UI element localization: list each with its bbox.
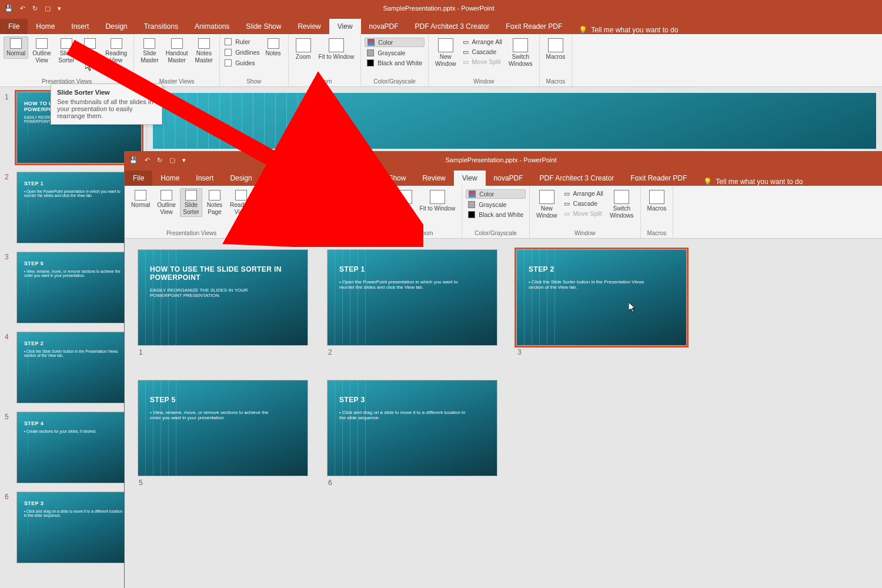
normal-button[interactable]: Normal	[4, 36, 28, 59]
tab-review[interactable]: Review	[414, 171, 453, 186]
tab-pdf-architect-3-creator[interactable]: PDF Architect 3 Creator	[532, 171, 623, 186]
tell-me-search[interactable]: 💡Tell me what you want to do	[570, 26, 686, 34]
slide-thumbnail[interactable]: STEP 1• Open the PowerPoint presentation…	[16, 172, 142, 243]
color-option[interactable]: Color	[365, 38, 425, 47]
tab-home[interactable]: Home	[152, 171, 188, 186]
tab-design[interactable]: Design	[97, 19, 135, 34]
start-from-beginning-icon[interactable]: ▢	[169, 156, 175, 164]
black-and-white-option[interactable]: Black and White	[365, 59, 425, 67]
save-icon[interactable]: 💾	[129, 156, 138, 164]
handout-master-button[interactable]: HandoutMaster	[163, 36, 191, 65]
thumbnail-row: 2 STEP 1• Open the PowerPoint presentati…	[5, 172, 142, 243]
undo-icon[interactable]: ↶	[145, 156, 150, 164]
tab-animations[interactable]: Animations	[311, 171, 362, 186]
outline-view-button[interactable]: OutlineView	[29, 36, 54, 65]
tab-file[interactable]: File	[0, 19, 28, 34]
switch-windows-button[interactable]: SwitchWindows	[506, 36, 536, 69]
black-and-white-option[interactable]: Black and White	[466, 211, 526, 219]
tab-home[interactable]: Home	[28, 19, 63, 34]
tell-me-search[interactable]: 💡Tell me what you want to do	[695, 178, 811, 186]
tab-view[interactable]: View	[329, 19, 361, 34]
tab-insert[interactable]: Insert	[63, 19, 97, 34]
group-master-views: SlideMasterHandoutMasterNotesMasterMaste…	[259, 186, 345, 238]
slide-thumbnail[interactable]: STEP 5• View, rename, move, or remove se…	[138, 380, 308, 476]
arrange-all-button[interactable]: ▭Arrange All	[460, 38, 505, 46]
notes-master-button[interactable]: NotesMaster	[317, 188, 341, 217]
switch-windows-button[interactable]: SwitchWindows	[607, 188, 637, 220]
tab-novapdf[interactable]: novaPDF	[486, 171, 532, 186]
current-slide[interactable]	[153, 93, 876, 149]
qat-more-icon[interactable]: ▾	[182, 156, 186, 164]
thumbnail-row: 4 STEP 2• Click the Slide Sorter button …	[5, 332, 142, 403]
undo-icon[interactable]: ↶	[20, 5, 25, 12]
qat-more-icon[interactable]: ▾	[58, 5, 61, 12]
ruler-checkbox[interactable]: Ruler	[348, 189, 385, 198]
notes-button[interactable]: Notes	[262, 36, 285, 59]
thumbnail-row: 3 STEP 5• View, rename, move, or remove …	[5, 252, 142, 323]
slide-number: 2	[5, 172, 12, 181]
outline-view-button[interactable]: OutlineView	[154, 188, 179, 217]
grayscale-option[interactable]: Grayscale	[365, 49, 425, 57]
slide-thumbnail[interactable]: STEP 1• Open the PowerPoint presentation…	[327, 249, 497, 346]
notes-page-button[interactable]: NotesPage	[203, 188, 226, 217]
slide-sorter-button[interactable]: SlideSorter	[180, 188, 202, 217]
tab-view[interactable]: View	[454, 171, 486, 186]
group-presentation-views: NormalOutlineViewSlideSorterNotesPageRea…	[0, 34, 134, 86]
slide-thumbnail[interactable]: STEP 2• Click the Slide Sorter button in…	[16, 332, 142, 403]
zoom-button[interactable]: Zoom	[292, 36, 315, 62]
gridlines-checkbox[interactable]: Gridlines	[348, 200, 385, 208]
normal-button[interactable]: Normal	[128, 188, 153, 211]
fit-to-window-button[interactable]: Fit to Window	[316, 36, 358, 62]
handout-master-button[interactable]: HandoutMaster	[288, 188, 316, 217]
lightbulb-icon: 💡	[703, 178, 712, 186]
save-icon[interactable]: 💾	[5, 5, 13, 12]
slide-thumbnail[interactable]: STEP 2• Click the Slide Sorter button in…	[516, 249, 687, 346]
tab-transitions[interactable]: Transitions	[260, 171, 311, 186]
slide-thumbnail[interactable]: HOW TO USE THE SLIDE SORTER IN POWERPOIN…	[138, 249, 308, 346]
cascade-button[interactable]: ▭Cascade	[460, 48, 505, 56]
new-window-button[interactable]: NewWindow	[432, 36, 459, 69]
slide-thumbnail[interactable]: STEP 3• Click and drag on a slide to mov…	[16, 492, 142, 563]
tab-foxit-reader-pdf[interactable]: Foxit Reader PDF	[497, 19, 570, 34]
tab-foxit-reader-pdf[interactable]: Foxit Reader PDF	[622, 171, 695, 186]
guides-checkbox[interactable]: Guides	[348, 211, 385, 219]
cascade-button[interactable]: ▭Cascade	[562, 199, 606, 208]
macros-button[interactable]: Macros	[543, 36, 569, 62]
quick-access-toolbar: 💾 ↶ ↻ ▢ ▾	[125, 152, 191, 168]
zoom-button[interactable]: Zoom	[393, 188, 416, 214]
tab-slide-show[interactable]: Slide Show	[238, 19, 289, 34]
group-window: NewWindow▭Arrange All▭Cascade▭Move Split…	[530, 186, 641, 238]
fit-to-window-button[interactable]: Fit to Window	[417, 188, 459, 214]
slide-thumbnail[interactable]: STEP 5• View, rename, move, or remove se…	[16, 252, 142, 323]
slide-master-button[interactable]: SlideMaster	[138, 36, 162, 65]
group-window: NewWindow▭Arrange All▭Cascade▭Move Split…	[429, 34, 540, 86]
tab-animations[interactable]: Animations	[186, 19, 238, 34]
tab-novapdf[interactable]: novaPDF	[361, 19, 407, 34]
gridlines-checkbox[interactable]: Gridlines	[223, 48, 260, 56]
tab-pdf-architect-3-creator[interactable]: PDF Architect 3 Creator	[407, 19, 498, 34]
tab-transitions[interactable]: Transitions	[136, 19, 186, 34]
redo-icon[interactable]: ↻	[157, 156, 162, 164]
redo-icon[interactable]: ↻	[32, 5, 38, 12]
slide-thumbnail[interactable]: STEP 3• Click and drag on a slide to mov…	[327, 380, 497, 476]
ruler-checkbox[interactable]: Ruler	[223, 38, 260, 46]
grayscale-option[interactable]: Grayscale	[466, 201, 526, 209]
slide-master-button[interactable]: SlideMaster	[262, 188, 286, 217]
reading-view-button[interactable]: ReadingView	[227, 188, 255, 217]
start-from-beginning-icon[interactable]: ▢	[45, 5, 51, 12]
tab-slide-show[interactable]: Slide Show	[362, 171, 414, 186]
slide-thumbnail[interactable]: STEP 4• Create sections for your slides,…	[16, 412, 142, 483]
new-window-button[interactable]: NewWindow	[533, 188, 560, 220]
slide-sorter-button[interactable]: SlideSorter	[55, 36, 78, 65]
slide-sorter-grid[interactable]: HOW TO USE THE SLIDE SORTER IN POWERPOIN…	[125, 239, 882, 497]
notes-master-button[interactable]: NotesMaster	[192, 36, 216, 65]
macros-button[interactable]: Macros	[644, 188, 670, 214]
guides-checkbox[interactable]: Guides	[223, 59, 260, 67]
tab-file[interactable]: File	[125, 171, 152, 186]
color-option[interactable]: Color	[466, 189, 526, 199]
tab-insert[interactable]: Insert	[188, 171, 222, 186]
tab-review[interactable]: Review	[289, 19, 329, 34]
arrange-all-button[interactable]: ▭Arrange All	[562, 189, 606, 198]
tab-design[interactable]: Design	[222, 171, 260, 186]
reading-view-button[interactable]: ReadingView	[102, 36, 130, 65]
